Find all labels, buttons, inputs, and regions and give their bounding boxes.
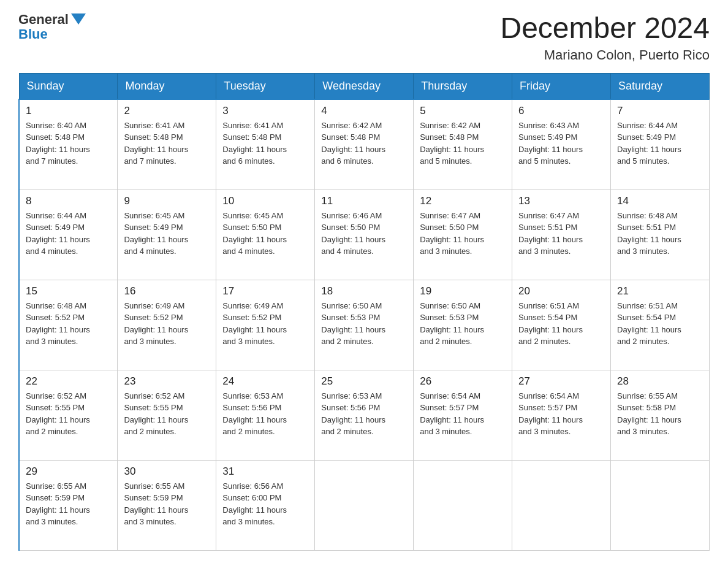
calendar-cell — [414, 460, 512, 550]
day-number: 8 — [26, 195, 111, 207]
logo-blue: Blue — [18, 27, 87, 42]
day-info: Sunrise: 6:49 AM Sunset: 5:52 PM Dayligh… — [124, 300, 210, 348]
calendar-cell: 8Sunrise: 6:44 AM Sunset: 5:49 PM Daylig… — [19, 190, 118, 280]
day-number: 28 — [617, 375, 703, 388]
calendar-cell — [512, 460, 611, 550]
calendar-cell: 13Sunrise: 6:47 AM Sunset: 5:51 PM Dayli… — [512, 190, 611, 280]
calendar-cell: 11Sunrise: 6:46 AM Sunset: 5:50 PM Dayli… — [315, 190, 414, 280]
day-number: 14 — [617, 195, 703, 207]
calendar-cell: 25Sunrise: 6:53 AM Sunset: 5:56 PM Dayli… — [315, 370, 414, 460]
day-number: 26 — [420, 375, 506, 388]
day-info: Sunrise: 6:44 AM Sunset: 5:49 PM Dayligh… — [26, 210, 111, 258]
calendar-cell: 1Sunrise: 6:40 AM Sunset: 5:48 PM Daylig… — [19, 99, 118, 190]
calendar-cell: 2Sunrise: 6:41 AM Sunset: 5:48 PM Daylig… — [118, 99, 216, 190]
day-info: Sunrise: 6:56 AM Sunset: 6:00 PM Dayligh… — [222, 480, 308, 528]
day-number: 22 — [26, 375, 111, 388]
day-number: 29 — [26, 465, 111, 478]
calendar-cell: 12Sunrise: 6:47 AM Sunset: 5:50 PM Dayli… — [414, 190, 512, 280]
weekday-header-saturday: Saturday — [611, 73, 710, 99]
calendar-cell: 28Sunrise: 6:55 AM Sunset: 5:58 PM Dayli… — [611, 370, 710, 460]
logo-text: General Blue — [18, 12, 87, 42]
day-info: Sunrise: 6:48 AM Sunset: 5:52 PM Dayligh… — [26, 300, 111, 348]
calendar-cell: 17Sunrise: 6:49 AM Sunset: 5:52 PM Dayli… — [216, 280, 315, 370]
logo-area: General Blue — [18, 12, 87, 42]
calendar-cell: 31Sunrise: 6:56 AM Sunset: 6:00 PM Dayli… — [216, 460, 315, 550]
calendar-cell: 22Sunrise: 6:52 AM Sunset: 5:55 PM Dayli… — [19, 370, 118, 460]
day-number: 11 — [321, 195, 407, 207]
calendar-cell: 27Sunrise: 6:54 AM Sunset: 5:57 PM Dayli… — [512, 370, 611, 460]
day-info: Sunrise: 6:50 AM Sunset: 5:53 PM Dayligh… — [420, 300, 506, 348]
day-info: Sunrise: 6:55 AM Sunset: 5:58 PM Dayligh… — [617, 390, 703, 438]
day-number: 4 — [321, 105, 407, 117]
day-number: 19 — [420, 285, 506, 297]
day-number: 1 — [26, 105, 111, 117]
day-info: Sunrise: 6:50 AM Sunset: 5:53 PM Dayligh… — [321, 300, 407, 348]
day-number: 15 — [26, 285, 111, 297]
day-info: Sunrise: 6:42 AM Sunset: 5:48 PM Dayligh… — [321, 120, 407, 167]
weekday-header-tuesday: Tuesday — [216, 73, 315, 99]
day-number: 17 — [222, 285, 308, 297]
day-number: 13 — [518, 195, 604, 207]
calendar-table: SundayMondayTuesdayWednesdayThursdayFrid… — [18, 73, 710, 551]
weekday-header-thursday: Thursday — [414, 73, 512, 99]
calendar-cell: 10Sunrise: 6:45 AM Sunset: 5:50 PM Dayli… — [216, 190, 315, 280]
day-number: 21 — [617, 285, 703, 297]
calendar-cell: 20Sunrise: 6:51 AM Sunset: 5:54 PM Dayli… — [512, 280, 611, 370]
calendar-cell: 18Sunrise: 6:50 AM Sunset: 5:53 PM Dayli… — [315, 280, 414, 370]
day-info: Sunrise: 6:41 AM Sunset: 5:48 PM Dayligh… — [222, 120, 308, 167]
day-info: Sunrise: 6:49 AM Sunset: 5:52 PM Dayligh… — [222, 300, 308, 348]
month-title: December 2024 — [500, 12, 710, 45]
day-info: Sunrise: 6:45 AM Sunset: 5:50 PM Dayligh… — [222, 210, 308, 258]
calendar-cell — [611, 460, 710, 550]
calendar-cell: 30Sunrise: 6:55 AM Sunset: 5:59 PM Dayli… — [118, 460, 216, 550]
day-number: 24 — [222, 375, 308, 388]
calendar-cell: 21Sunrise: 6:51 AM Sunset: 5:54 PM Dayli… — [611, 280, 710, 370]
week-row-3: 15Sunrise: 6:48 AM Sunset: 5:52 PM Dayli… — [19, 280, 710, 370]
weekday-header-wednesday: Wednesday — [315, 73, 414, 99]
week-row-2: 8Sunrise: 6:44 AM Sunset: 5:49 PM Daylig… — [19, 190, 710, 280]
calendar-cell: 26Sunrise: 6:54 AM Sunset: 5:57 PM Dayli… — [414, 370, 512, 460]
calendar-cell: 23Sunrise: 6:52 AM Sunset: 5:55 PM Dayli… — [118, 370, 216, 460]
week-row-5: 29Sunrise: 6:55 AM Sunset: 5:59 PM Dayli… — [19, 460, 710, 550]
day-info: Sunrise: 6:51 AM Sunset: 5:54 PM Dayligh… — [617, 300, 703, 348]
calendar-cell: 3Sunrise: 6:41 AM Sunset: 5:48 PM Daylig… — [216, 99, 315, 190]
day-info: Sunrise: 6:55 AM Sunset: 5:59 PM Dayligh… — [124, 480, 210, 528]
day-info: Sunrise: 6:53 AM Sunset: 5:56 PM Dayligh… — [321, 390, 407, 438]
day-info: Sunrise: 6:47 AM Sunset: 5:50 PM Dayligh… — [420, 210, 506, 258]
day-info: Sunrise: 6:52 AM Sunset: 5:55 PM Dayligh… — [124, 390, 210, 438]
calendar-cell — [315, 460, 414, 550]
calendar-cell: 15Sunrise: 6:48 AM Sunset: 5:52 PM Dayli… — [19, 280, 118, 370]
day-info: Sunrise: 6:47 AM Sunset: 5:51 PM Dayligh… — [518, 210, 604, 258]
day-info: Sunrise: 6:44 AM Sunset: 5:49 PM Dayligh… — [617, 120, 703, 167]
weekday-header-monday: Monday — [118, 73, 216, 99]
day-info: Sunrise: 6:43 AM Sunset: 5:49 PM Dayligh… — [518, 120, 604, 167]
svg-marker-0 — [71, 13, 86, 25]
day-number: 9 — [124, 195, 210, 207]
day-number: 30 — [124, 465, 210, 478]
day-number: 5 — [420, 105, 506, 117]
day-number: 10 — [222, 195, 308, 207]
page-container: General Blue December 2024 Mariano Colon… — [0, 0, 728, 563]
day-info: Sunrise: 6:40 AM Sunset: 5:48 PM Dayligh… — [26, 120, 111, 167]
calendar-body: 1Sunrise: 6:40 AM Sunset: 5:48 PM Daylig… — [19, 99, 710, 551]
calendar-cell: 7Sunrise: 6:44 AM Sunset: 5:49 PM Daylig… — [611, 99, 710, 190]
day-info: Sunrise: 6:52 AM Sunset: 5:55 PM Dayligh… — [26, 390, 111, 438]
calendar-cell: 5Sunrise: 6:42 AM Sunset: 5:48 PM Daylig… — [414, 99, 512, 190]
day-number: 3 — [222, 105, 308, 117]
day-number: 7 — [617, 105, 703, 117]
logo-icon — [70, 10, 87, 27]
day-number: 31 — [222, 465, 308, 478]
day-info: Sunrise: 6:42 AM Sunset: 5:48 PM Dayligh… — [420, 120, 506, 167]
calendar-cell: 24Sunrise: 6:53 AM Sunset: 5:56 PM Dayli… — [216, 370, 315, 460]
day-number: 20 — [518, 285, 604, 297]
day-number: 2 — [124, 105, 210, 117]
day-number: 23 — [124, 375, 210, 388]
calendar-cell: 14Sunrise: 6:48 AM Sunset: 5:51 PM Dayli… — [611, 190, 710, 280]
day-info: Sunrise: 6:51 AM Sunset: 5:54 PM Dayligh… — [518, 300, 604, 348]
weekday-header-row: SundayMondayTuesdayWednesdayThursdayFrid… — [19, 73, 710, 99]
location-title: Mariano Colon, Puerto Rico — [500, 47, 710, 63]
day-info: Sunrise: 6:54 AM Sunset: 5:57 PM Dayligh… — [420, 390, 506, 438]
logo-general: General — [18, 12, 69, 27]
day-info: Sunrise: 6:55 AM Sunset: 5:59 PM Dayligh… — [26, 480, 111, 528]
calendar-cell: 16Sunrise: 6:49 AM Sunset: 5:52 PM Dayli… — [118, 280, 216, 370]
